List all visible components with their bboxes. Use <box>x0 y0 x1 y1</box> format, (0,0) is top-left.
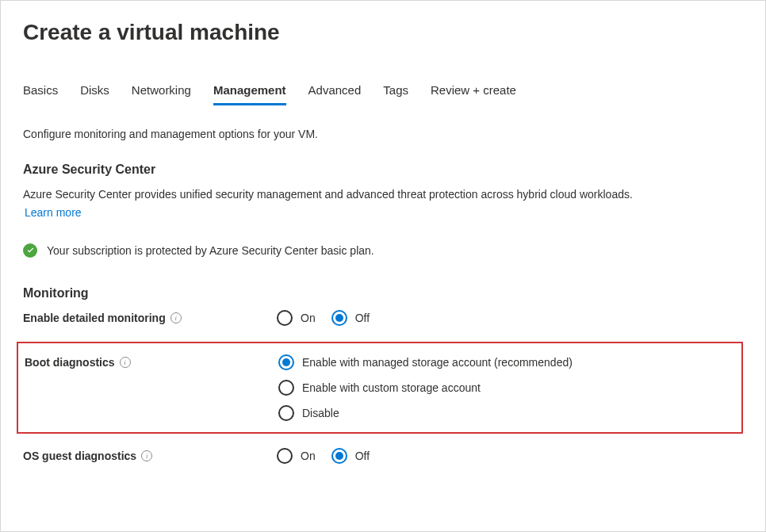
radio-icon <box>277 448 293 464</box>
boot-disable-option[interactable]: Disable <box>278 405 573 421</box>
radio-label: On <box>301 312 316 324</box>
radio-icon <box>278 405 294 421</box>
radio-label: On <box>301 450 316 462</box>
boot-diagnostics-row: Boot diagnostics i Enable with managed s… <box>25 354 733 421</box>
security-heading: Azure Security Center <box>23 163 743 177</box>
boot-diagnostics-highlight: Boot diagnostics i Enable with managed s… <box>17 342 743 434</box>
status-row: Your subscription is protected by Azure … <box>23 243 743 258</box>
detailed-monitoring-row: Enable detailed monitoring i On Off <box>23 310 743 326</box>
security-text-body: Azure Security Center provides unified s… <box>23 188 633 201</box>
radio-label: Off <box>355 312 370 324</box>
tab-advanced[interactable]: Advanced <box>308 83 362 105</box>
boot-diagnostics-label: Boot diagnostics <box>25 356 115 369</box>
info-icon[interactable]: i <box>170 312 182 323</box>
check-circle-icon <box>23 243 37 258</box>
radio-label: Disable <box>302 407 339 419</box>
detailed-monitoring-off[interactable]: Off <box>331 310 370 326</box>
tab-management[interactable]: Management <box>213 83 286 105</box>
security-text: Azure Security Center provides unified s… <box>23 186 743 221</box>
guest-diagnostics-row: OS guest diagnostics i On Off <box>23 448 743 464</box>
info-icon[interactable]: i <box>141 450 152 461</box>
radio-label: Off <box>355 450 370 462</box>
radio-icon <box>278 380 294 396</box>
guest-off-option[interactable]: Off <box>331 448 370 464</box>
radio-icon <box>278 354 294 370</box>
radio-icon <box>331 448 347 464</box>
detailed-monitoring-label: Enable detailed monitoring <box>23 312 166 324</box>
tab-basics[interactable]: Basics <box>23 83 58 105</box>
radio-label: Enable with custom storage account <box>302 381 481 394</box>
guest-diagnostics-label: OS guest diagnostics <box>23 450 136 462</box>
radio-icon <box>331 310 347 326</box>
tab-review-create[interactable]: Review + create <box>431 83 516 105</box>
tab-tags[interactable]: Tags <box>383 83 408 105</box>
boot-managed-option[interactable]: Enable with managed storage account (rec… <box>278 354 573 370</box>
radio-label: Enable with managed storage account (rec… <box>302 356 573 369</box>
tab-networking[interactable]: Networking <box>132 83 191 105</box>
detailed-monitoring-on[interactable]: On <box>277 310 316 326</box>
tabs-bar: Basics Disks Networking Management Advan… <box>23 83 743 105</box>
boot-custom-option[interactable]: Enable with custom storage account <box>278 380 573 396</box>
guest-on-option[interactable]: On <box>277 448 316 464</box>
monitoring-heading: Monitoring <box>23 286 743 300</box>
info-icon[interactable]: i <box>120 357 131 368</box>
page-description: Configure monitoring and management opti… <box>23 128 743 140</box>
page-title: Create a virtual machine <box>23 20 743 45</box>
learn-more-link[interactable]: Learn more <box>25 205 82 221</box>
radio-icon <box>277 310 293 326</box>
tab-disks[interactable]: Disks <box>80 83 109 105</box>
status-text: Your subscription is protected by Azure … <box>47 244 374 257</box>
